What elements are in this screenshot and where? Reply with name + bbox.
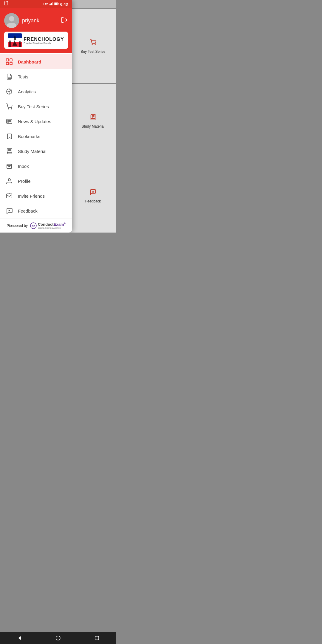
profile-icon [5, 178, 13, 184]
ce-tagline: Create, Share & Analyze [38, 227, 66, 229]
logout-button[interactable] [61, 16, 68, 25]
exam-text: Exam [54, 222, 64, 227]
sidebar-item-study-material-label: Study Material [18, 149, 47, 154]
svg-rect-33 [10, 62, 12, 65]
cart-icon [90, 38, 96, 48]
battery-icon [54, 2, 59, 6]
svg-rect-8 [6, 1, 7, 2]
user-info: ● priyank [4, 13, 39, 28]
svg-point-5 [92, 191, 94, 192]
sidebar-item-inbox-label: Inbox [18, 164, 29, 169]
sidebar-item-profile-label: Profile [18, 179, 31, 184]
brand-sub: Prayatna Educational Society [24, 42, 64, 44]
sidebar-item-analytics-label: Analytics [18, 89, 36, 94]
sidebar-item-news-updates-label: News & Updates [18, 119, 51, 124]
svg-rect-27 [19, 43, 21, 47]
svg-point-39 [11, 109, 12, 109]
svg-point-52 [9, 210, 10, 211]
sidebar-item-bookmarks[interactable]: Bookmarks [0, 129, 72, 144]
svg-rect-29 [19, 41, 21, 44]
svg-point-38 [8, 109, 9, 109]
tests-icon [5, 73, 13, 80]
sidebar-item-analytics[interactable]: Analytics [0, 84, 72, 99]
sidebar-item-tests[interactable]: Tests [0, 69, 72, 84]
pioneered-by-text: Pioneered by [7, 224, 28, 228]
sidebar-item-feedback-label: Feedback [18, 208, 38, 213]
study-material-icon [5, 148, 13, 154]
svg-rect-10 [4, 2, 8, 5]
svg-point-0 [92, 45, 92, 45]
drawer-footer: Pioneered by CE ConductExam® Create, Sha… [0, 219, 72, 233]
buy-test-series-icon [5, 103, 13, 110]
feedback-icon [90, 188, 96, 197]
sidebar-item-dashboard[interactable]: Dashboard [0, 54, 72, 69]
svg-rect-31 [10, 59, 12, 61]
user-row: ● priyank [4, 13, 68, 28]
svg-rect-23 [14, 39, 16, 40]
svg-rect-7 [4, 1, 5, 2]
brand-name: FRENCHOLOGY [24, 37, 64, 42]
svg-rect-25 [13, 45, 17, 46]
analytics-icon [5, 88, 13, 95]
sidebar-item-study-material[interactable]: Study Material [0, 144, 72, 159]
svg-rect-17 [55, 3, 58, 5]
right-panel: Buy Test Series Study Material Feedback [70, 0, 116, 233]
svg-marker-22 [14, 35, 16, 39]
conductexam-logo: CE ConductExam® Create, Share & Analyze [30, 222, 66, 229]
svg-rect-11 [49, 4, 50, 5]
svg-marker-24 [13, 40, 17, 45]
svg-rect-12 [50, 4, 51, 5]
avatar: ● [4, 13, 19, 28]
right-card-buy-test-series[interactable]: Buy Test Series [70, 9, 116, 83]
dashboard-icon [5, 58, 13, 65]
right-card-buy-test-series-label: Buy Test Series [80, 49, 105, 54]
brand-logo: FRENCHOLOGY Prayatna Educational Society [8, 33, 64, 47]
svg-rect-32 [6, 62, 9, 65]
conduct-text: Conduct [38, 222, 54, 227]
svg-rect-30 [6, 59, 9, 61]
svg-rect-49 [7, 194, 12, 198]
sidebar-item-invite-friends-label: Invite Friends [18, 193, 45, 199]
svg-rect-28 [9, 41, 11, 42]
sidebar-item-news-updates[interactable]: News & Updates [0, 114, 72, 129]
status-icons: LTE 6:43 [43, 2, 68, 7]
books-icon [90, 113, 96, 123]
notification-icon [4, 1, 8, 7]
right-card-study-material[interactable]: Study Material [70, 84, 116, 158]
svg-rect-16 [58, 4, 59, 4]
feedback-nav-icon [5, 208, 13, 214]
sidebar-item-dashboard-label: Dashboard [18, 59, 41, 64]
svg-text:CE: CE [32, 225, 35, 227]
right-card-feedback[interactable]: Feedback [70, 158, 116, 233]
status-bar: LTE 6:43 [0, 0, 72, 8]
sidebar-item-profile[interactable]: Profile [0, 174, 72, 188]
sidebar-item-feedback[interactable]: Feedback [0, 203, 72, 218]
nav-drawer: LTE 6:43 [0, 0, 72, 233]
right-card-feedback-label: Feedback [85, 199, 101, 203]
svg-rect-45 [7, 164, 12, 168]
right-card-study-material-label: Study Material [82, 124, 105, 129]
sidebar-item-invite-friends[interactable]: Invite Friends [0, 188, 72, 203]
svg-rect-48 [8, 179, 10, 181]
username: priyank [22, 18, 39, 24]
signal-icon [49, 2, 53, 6]
lte-icon: LTE [43, 3, 48, 6]
sidebar-item-tests-label: Tests [18, 74, 28, 79]
brand-text: FRENCHOLOGY Prayatna Educational Society [24, 37, 64, 44]
sidebar-item-buy-test-series[interactable]: Buy Test Series [0, 99, 72, 114]
svg-rect-13 [51, 3, 52, 5]
svg-rect-14 [52, 2, 53, 5]
bookmarks-icon [5, 133, 13, 140]
drawer-header: ● priyank [0, 8, 72, 53]
status-time: 6:43 [60, 2, 68, 7]
brand-logo-container: FRENCHOLOGY Prayatna Educational Society [4, 32, 68, 49]
sidebar-item-inbox[interactable]: Inbox [0, 159, 72, 174]
svg-rect-26 [9, 42, 11, 47]
svg-rect-9 [7, 1, 8, 2]
invite-friends-icon [5, 193, 13, 199]
svg-point-1 [95, 45, 95, 45]
sidebar-item-about-us[interactable]: About Us [0, 218, 72, 219]
inbox-icon [5, 163, 13, 169]
sidebar-item-bookmarks-label: Bookmarks [18, 134, 40, 139]
svg-point-19 [9, 16, 14, 21]
